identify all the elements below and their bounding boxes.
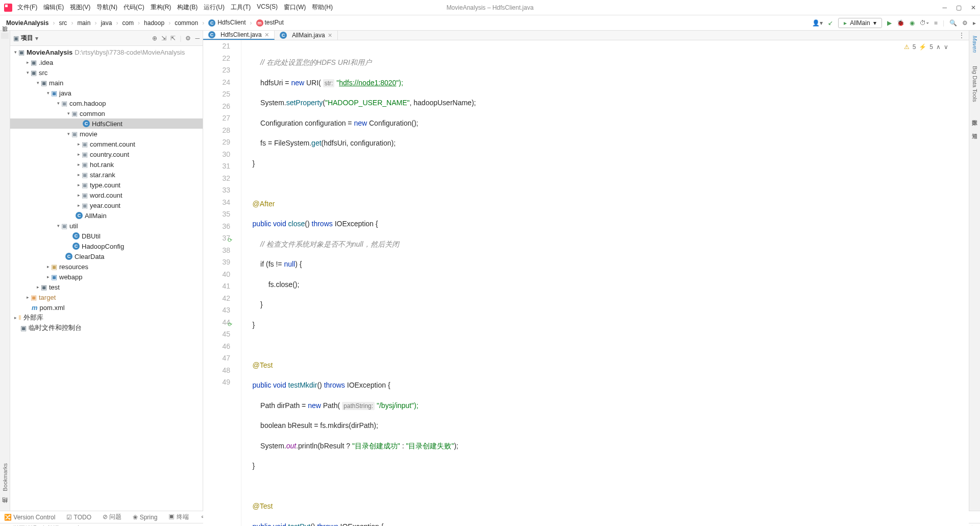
tool-terminal[interactable]: ▣ 终端 (168, 513, 188, 521)
class-icon: C (208, 19, 215, 27)
tree-node-pkg-year[interactable]: ▸▣year.count (10, 200, 203, 210)
tree-node-cleardata[interactable]: CClearData (10, 251, 203, 261)
tree-node-hdfsclient[interactable]: CHdfsClient (10, 118, 203, 129)
tree-node-pkg-type[interactable]: ▸▣type.count (10, 180, 203, 190)
tool-window-notifications[interactable]: 通知 (971, 127, 978, 131)
tab-label: AllMain.java (292, 32, 325, 39)
tree-node-java[interactable]: ▾▣java (10, 88, 203, 98)
debug-button[interactable]: 🐞 (897, 19, 904, 27)
menu-view[interactable]: 视图(V) (70, 3, 90, 12)
tool-todo[interactable]: ☑ TODO (66, 514, 91, 521)
menu-window[interactable]: 窗口(W) (284, 3, 306, 12)
menu-help[interactable]: 帮助(H) (312, 3, 333, 12)
tree-node-pkg-star[interactable]: ▸▣star.rank (10, 170, 203, 180)
vcs-update-icon[interactable]: ↙ (828, 19, 833, 27)
settings-icon[interactable]: ⚙ (962, 19, 968, 27)
menu-tools[interactable]: 工具(T) (231, 3, 251, 12)
tree-node-dbutil[interactable]: CDBUtil (10, 231, 203, 241)
tree-node-resources[interactable]: ▸▣resources (10, 261, 203, 272)
coverage-button[interactable]: ◉ (910, 19, 915, 27)
search-everywhere-icon[interactable]: 🔍 (949, 19, 957, 27)
tree-node-hadoopconfig[interactable]: CHadoopConfig (10, 241, 203, 251)
left-tool-strip: 项目 Bookmarks 结构 (0, 31, 10, 511)
crumb-class[interactable]: CHdfsClient (206, 18, 248, 28)
tool-window-maven[interactable]: Maven (972, 34, 978, 55)
menu-code[interactable]: 代码(C) (124, 3, 144, 12)
chevron-down-icon: ▾ (873, 19, 876, 27)
tool-window-database[interactable]: 数据库 (971, 113, 978, 117)
tree-node-pkg-comment[interactable]: ▸▣comment.count (10, 139, 203, 149)
minimize-icon[interactable]: ─ (942, 4, 947, 11)
menu-navigate[interactable]: 导航(N) (96, 3, 117, 12)
menu-refactor[interactable]: 重构(R) (151, 3, 172, 12)
hide-icon[interactable]: ─ (195, 35, 200, 42)
tree-node-webapp[interactable]: ▸▣webapp (10, 272, 203, 282)
menu-vcs[interactable]: VCS(S) (257, 3, 278, 12)
tool-problems[interactable]: ⊘ 问题 (103, 513, 121, 521)
tree-node-pkg-common[interactable]: ▾▣common (10, 108, 203, 118)
crumb-method[interactable]: mtestPut (254, 18, 286, 28)
svg-rect-1 (5, 5, 8, 7)
expand-all-icon[interactable]: ⇲ (161, 35, 166, 42)
tree-node-pkg-movie[interactable]: ▾▣movie (10, 129, 203, 139)
profile-button[interactable]: ⏱▾ (920, 19, 929, 27)
fold-column[interactable] (236, 40, 241, 526)
inspect-up-icon[interactable]: ∧ (936, 43, 941, 51)
maximize-icon[interactable]: ▢ (956, 4, 962, 11)
crumb-common[interactable]: common (173, 18, 200, 28)
tool-window-structure[interactable]: 结构 (1, 505, 9, 511)
inspection-widget[interactable]: ⚠5 ⚡5 ∧∨ (904, 43, 948, 51)
run-config-selector[interactable]: ▸ AllMain ▾ (838, 18, 881, 28)
tree-node-allmain[interactable]: CAllMain (10, 210, 203, 221)
crumb-com[interactable]: com (120, 18, 136, 28)
tree-node-pkg-util[interactable]: ▾▣util (10, 221, 203, 231)
tree-node-pkg-hot[interactable]: ▸▣hot.rank (10, 159, 203, 170)
tool-window-bigdata[interactable]: Big Data Tools (972, 64, 978, 104)
crumb-src[interactable]: src (57, 18, 69, 28)
tab-hdfsclient[interactable]: CHdfsClient.java× (203, 31, 275, 40)
tree-node-scratches[interactable]: ▣临时文件和控制台 (10, 323, 203, 333)
tab-close-icon[interactable]: × (328, 31, 332, 39)
collapse-all-icon[interactable]: ⇱ (170, 35, 176, 42)
crumb-main[interactable]: main (75, 18, 92, 28)
warning-count: 5 (913, 43, 916, 51)
settings-icon[interactable]: ⚙ (185, 35, 191, 42)
more-icon[interactable]: ▸ (973, 19, 976, 27)
tree-node-extlibs[interactable]: ▸⫴外部库 (10, 313, 203, 323)
tool-version-control[interactable]: 🔀 Version Control (4, 514, 55, 521)
stop-button[interactable]: ■ (934, 19, 938, 27)
tree-node-pkg-word[interactable]: ▸▣word.count (10, 190, 203, 200)
tool-window-project[interactable]: 项目 (1, 33, 9, 39)
code-editor[interactable]: 2122232425262728293031323334353637⟳38394… (203, 40, 969, 526)
menu-build[interactable]: 构建(B) (177, 3, 198, 12)
run-config-icon: ▸ (844, 19, 847, 27)
crumb-project[interactable]: MovieAnalysis (4, 18, 51, 28)
tree-node-idea[interactable]: ▸▣.idea (10, 57, 203, 67)
tree-node-src[interactable]: ▾▣src (10, 67, 203, 78)
tree-node-target[interactable]: ▸▣target (10, 292, 203, 302)
tool-window-bookmarks[interactable]: Bookmarks (2, 460, 8, 494)
locate-icon[interactable]: ⊕ (152, 35, 157, 42)
close-icon[interactable]: ✕ (971, 4, 976, 11)
tabs-more-icon[interactable]: ⋮ (959, 32, 965, 39)
crumb-hadoop[interactable]: hadoop (142, 18, 166, 28)
tab-close-icon[interactable]: × (265, 31, 269, 39)
tab-allmain[interactable]: CAllMain.java× (275, 31, 338, 40)
tree-node-pkg-country[interactable]: ▸▣country.count (10, 149, 203, 159)
crumb-java[interactable]: java (99, 18, 114, 28)
tree-node-pkg-hadoop[interactable]: ▾▣com.hadoop (10, 98, 203, 108)
inspect-down-icon[interactable]: ∨ (944, 43, 948, 51)
menu-file[interactable]: 文件(F) (17, 3, 37, 12)
menu-run[interactable]: 运行(U) (204, 3, 225, 12)
run-config-label: AllMain (850, 19, 870, 27)
tool-spring[interactable]: ❀ Spring (133, 514, 157, 521)
tree-node-root[interactable]: ▾▣MovieAnalysisD:\rtsy\bysj\7738-code\Mo… (10, 47, 203, 57)
code-content[interactable]: ⚠5 ⚡5 ∧∨ // 在此处设置您的HDFS URI和用户 hdfsUri =… (241, 40, 969, 526)
chevron-down-icon[interactable]: ▾ (35, 35, 38, 42)
tree-node-test[interactable]: ▸▣test (10, 282, 203, 292)
tree-node-pom[interactable]: mpom.xml (10, 302, 203, 313)
menu-edit[interactable]: 编辑(E) (43, 3, 64, 12)
tree-node-main[interactable]: ▾▣main (10, 78, 203, 88)
user-icon[interactable]: 👤▾ (812, 19, 823, 27)
run-button[interactable]: ▶ (887, 19, 892, 27)
